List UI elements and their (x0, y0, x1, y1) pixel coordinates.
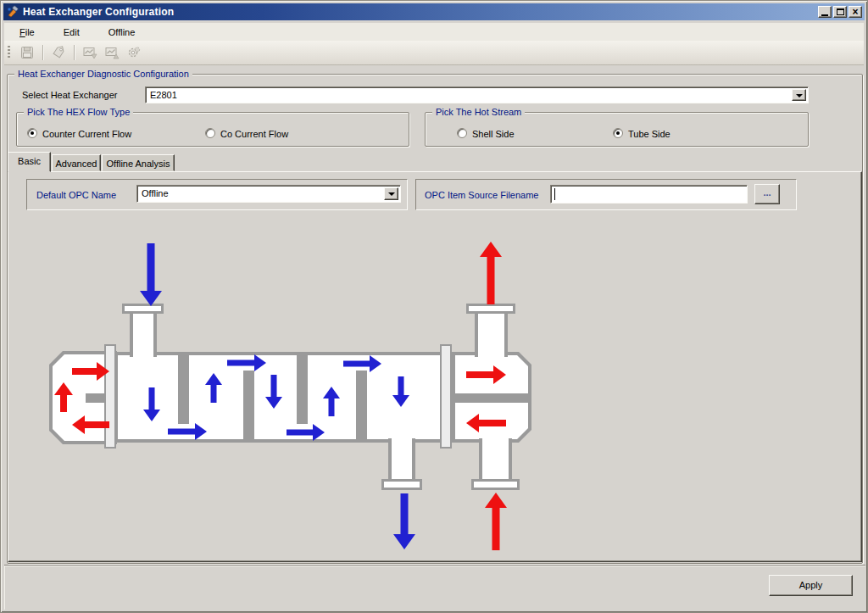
apply-button[interactable]: Apply (769, 575, 853, 596)
menubar: File Edit Offline (4, 23, 864, 41)
save-icon[interactable] (19, 45, 36, 60)
chart-export-icon[interactable] (81, 45, 98, 60)
close-button[interactable]: × (849, 6, 862, 18)
tab-offline-analysis[interactable]: Offline Analysis (102, 154, 175, 171)
close-icon: × (852, 8, 858, 16)
minimize-button[interactable] (818, 6, 832, 18)
apply-button-label: Apply (799, 580, 823, 590)
radio-shell-side[interactable] (457, 128, 467, 138)
default-opc-name-value: Offline (142, 188, 169, 198)
app-icon (6, 5, 19, 19)
minimize-icon (821, 14, 828, 16)
heat-exchanger-configuration-window: Heat Exchanger Configuration × File Edit… (0, 0, 868, 613)
menu-offline[interactable]: Offline (105, 25, 139, 39)
menu-edit[interactable]: Edit (60, 25, 83, 39)
radio-tube-side[interactable] (613, 128, 623, 138)
window-title: Heat Exchanger Configuration (23, 6, 174, 18)
text-caret (554, 188, 555, 200)
browse-button[interactable]: ... (754, 184, 780, 204)
radio-co-current-flow[interactable] (205, 128, 215, 138)
shell-side-label: Shell Side (472, 129, 515, 139)
maximize-button[interactable] (833, 6, 847, 18)
chart-report-icon[interactable] (103, 45, 120, 60)
settings-icon[interactable] (125, 45, 142, 60)
tube-side-label: Tube Side (628, 129, 670, 139)
diagnostic-configuration-group-title: Heat Exchanger Diagnostic Configuration (14, 69, 192, 79)
default-opc-name-select[interactable]: Offline (136, 185, 401, 203)
bottom-panel (4, 565, 865, 610)
opc-source-filename-label: OPC Item Source Filename (425, 190, 539, 200)
chevron-down-icon[interactable] (792, 89, 806, 101)
maximize-icon (837, 8, 844, 15)
menu-file[interactable]: File (16, 25, 38, 39)
co-current-flow-label: Co Current Flow (220, 129, 288, 139)
titlebar: Heat Exchanger Configuration × (3, 3, 865, 20)
toolbar (4, 41, 864, 65)
heat-exchanger-select[interactable]: E2801 (145, 86, 809, 103)
hot-stream-group-title: Pick The Hot Stream (432, 107, 525, 117)
heat-exchanger-value: E2801 (150, 90, 177, 100)
browse-button-label: ... (763, 187, 771, 198)
tab-basic[interactable]: Basic (8, 152, 51, 172)
toolbar-separator (74, 45, 75, 60)
opc-source-filename-input[interactable] (550, 185, 748, 203)
radio-counter-current-flow[interactable] (27, 128, 37, 138)
default-opc-name-label: Default OPC Name (36, 190, 116, 200)
flow-type-group-title: Pick The HEX Flow Type (24, 107, 133, 117)
chevron-down-icon[interactable] (384, 187, 398, 200)
basic-tab-page (8, 171, 862, 562)
toolbar-separator (42, 45, 43, 60)
select-hex-label: Select Heat Exchanger (22, 90, 118, 100)
toolbar-grip[interactable] (8, 46, 10, 59)
tag-icon[interactable] (50, 45, 67, 60)
tab-advanced[interactable]: Advanced (52, 154, 101, 171)
counter-current-flow-label: Counter Current Flow (42, 129, 131, 139)
